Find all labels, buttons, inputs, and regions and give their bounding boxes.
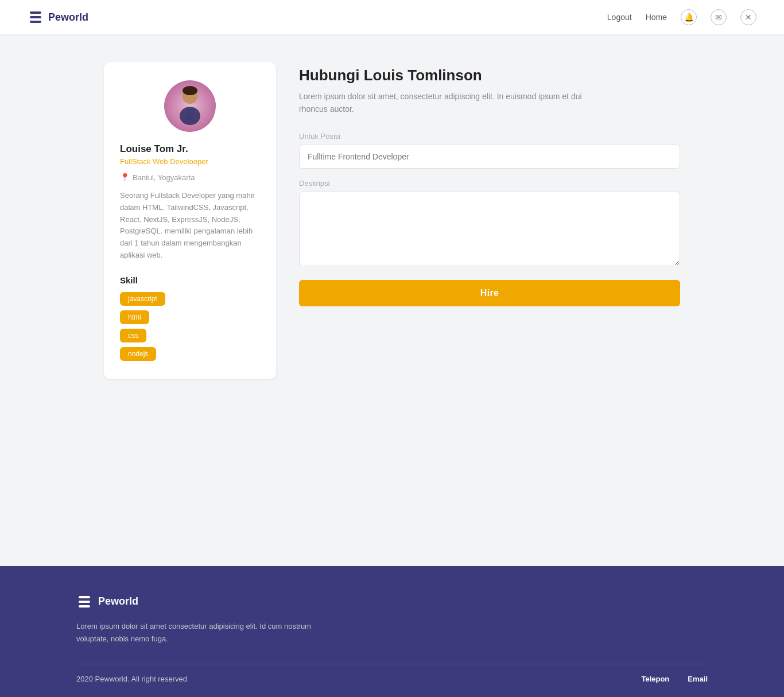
footer-links: Telepon Email: [641, 675, 708, 683]
description-label: Deskripsi: [299, 179, 680, 188]
footer-link-telepon[interactable]: Telepon: [641, 675, 669, 683]
navbar: Peworld Logout Home 🔔 ✉ ✕: [0, 0, 784, 34]
skill-tag-nodejs: nodejs: [120, 347, 156, 361]
footer-link-email[interactable]: Email: [688, 675, 708, 683]
nav-logo: Peworld: [28, 9, 88, 25]
nav-right: Logout Home 🔔 ✉ ✕: [607, 9, 756, 25]
footer-copyright: 2020 Pewworld. All right reserved: [76, 675, 187, 683]
footer-logo-icon: [76, 594, 92, 610]
location-text: Bantul, Yogyakarta: [133, 173, 195, 182]
logout-link[interactable]: Logout: [607, 13, 632, 22]
footer-top: Peworld Lorem ipsum dolor sit amet conse…: [76, 594, 708, 664]
footer: Peworld Lorem ipsum dolor sit amet conse…: [0, 566, 784, 697]
notification-icon[interactable]: 🔔: [681, 9, 697, 25]
close-icon[interactable]: ✕: [740, 9, 756, 25]
avatar-wrapper: [120, 80, 260, 132]
hire-title: Hubungi Louis Tomlinson: [299, 67, 680, 84]
description-textarea[interactable]: [299, 192, 680, 266]
profile-name: Louise Tom Jr.: [120, 143, 260, 155]
profile-title: FullStack Web Develooper: [120, 157, 260, 166]
skill-section-title: Skill: [120, 275, 260, 285]
home-link[interactable]: Home: [646, 13, 667, 22]
svg-rect-7: [186, 109, 194, 120]
svg-rect-1: [30, 16, 41, 18]
hire-button[interactable]: Hire: [299, 280, 680, 306]
footer-description: Lorem ipsum dolor sit amet consectetur a…: [76, 620, 340, 645]
footer-logo: Peworld: [76, 594, 708, 610]
main-content: Louise Tom Jr. FullStack Web Develooper …: [76, 34, 708, 566]
skill-tag-html: html: [120, 310, 149, 324]
profile-bio: Seorang Fullstack Developer yang mahir d…: [120, 190, 260, 262]
profile-location: 📍 Bantul, Yogyakarta: [120, 173, 260, 182]
skill-tag-css: css: [120, 329, 146, 342]
logo-icon: [28, 9, 44, 25]
profile-card: Louise Tom Jr. FullStack Web Develooper …: [104, 62, 276, 379]
position-input[interactable]: [299, 145, 680, 169]
mail-icon[interactable]: ✉: [711, 9, 727, 25]
skill-tag-javascript: javascript: [120, 292, 165, 306]
footer-bottom: 2020 Pewworld. All right reserved Telepo…: [76, 664, 708, 697]
skill-tags: javascript html css nodejs: [120, 292, 260, 361]
hire-subtitle: Lorem ipsum dolor sit amet, consectetur …: [299, 90, 597, 116]
svg-rect-9: [79, 601, 90, 603]
location-icon: 📍: [120, 173, 130, 182]
svg-rect-10: [79, 605, 90, 608]
svg-rect-2: [30, 21, 41, 23]
avatar: [164, 80, 216, 132]
hire-section: Hubungi Louis Tomlinson Lorem ipsum dolo…: [299, 62, 680, 306]
svg-rect-0: [30, 11, 41, 14]
position-label: Untuk Posisi: [299, 132, 680, 141]
svg-point-5: [183, 86, 197, 95]
svg-rect-8: [79, 596, 90, 598]
